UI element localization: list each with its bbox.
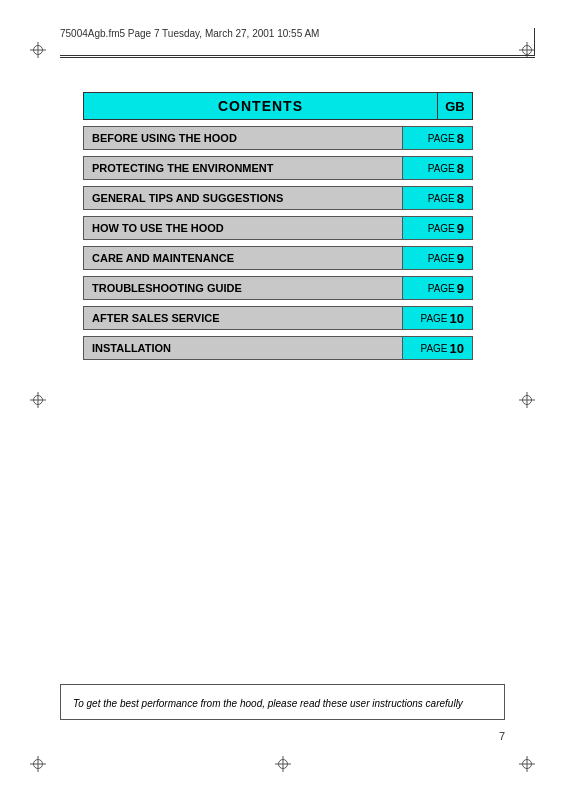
contents-gb-box: GB: [437, 92, 473, 120]
toc-page-word-3: PAGE: [428, 223, 455, 234]
toc-row-0: BEFORE USING THE HOOD PAGE 8: [83, 126, 473, 150]
toc-page-3: PAGE 9: [402, 217, 472, 239]
right-border-top: [534, 28, 535, 56]
toc-label-text-2: GENERAL TIPS AND SUGGESTIONS: [92, 192, 283, 204]
contents-area: CONTENTS GB BEFORE USING THE HOOD PAGE 8…: [83, 92, 473, 360]
toc-page-num-3: 9: [457, 221, 464, 236]
toc-page-word-5: PAGE: [428, 283, 455, 294]
toc-page-num-0: 8: [457, 131, 464, 146]
toc-row-3: HOW TO USE THE HOOD PAGE 9: [83, 216, 473, 240]
toc-label-6: AFTER SALES SERVICE: [84, 307, 402, 329]
toc-page-num-1: 8: [457, 161, 464, 176]
toc-page-num-7: 10: [450, 341, 464, 356]
toc-label-text-4: CARE AND MAINTENANCE: [92, 252, 234, 264]
toc-page-word-7: PAGE: [420, 343, 447, 354]
toc-label-text-5: TROUBLESHOOTING GUIDE: [92, 282, 242, 294]
toc-label-text-1: PROTECTING THE ENVIRONMENT: [92, 162, 274, 174]
bottom-note-text: To get the best performance from the hoo…: [73, 698, 463, 709]
toc-row-5: TROUBLESHOOTING GUIDE PAGE 9: [83, 276, 473, 300]
toc-label-5: TROUBLESHOOTING GUIDE: [84, 277, 402, 299]
toc-label-0: BEFORE USING THE HOOD: [84, 127, 402, 149]
page-number: 7: [499, 730, 505, 742]
toc-label-1: PROTECTING THE ENVIRONMENT: [84, 157, 402, 179]
toc-label-2: GENERAL TIPS AND SUGGESTIONS: [84, 187, 402, 209]
page: 75004Agb.fm5 Page 7 Tuesday, March 27, 2…: [0, 0, 565, 800]
toc-label-text-7: INSTALLATION: [92, 342, 171, 354]
toc-page-2: PAGE 8: [402, 187, 472, 209]
crosshair-bottom-left: [30, 756, 46, 772]
toc-page-word-2: PAGE: [428, 193, 455, 204]
toc-row-7: INSTALLATION PAGE 10: [83, 336, 473, 360]
toc-page-6: PAGE 10: [402, 307, 472, 329]
contents-header: CONTENTS GB: [83, 92, 473, 120]
toc-label-text-3: HOW TO USE THE HOOD: [92, 222, 224, 234]
toc-page-word-0: PAGE: [428, 133, 455, 144]
toc-label-7: INSTALLATION: [84, 337, 402, 359]
toc-rows: BEFORE USING THE HOOD PAGE 8 PROTECTING …: [83, 126, 473, 360]
crosshair-mid-left: [30, 392, 46, 408]
crosshair-top-left: [30, 42, 46, 58]
contents-title: CONTENTS: [218, 98, 303, 114]
crosshair-bottom-right: [519, 756, 535, 772]
toc-row-6: AFTER SALES SERVICE PAGE 10: [83, 306, 473, 330]
contents-title-box: CONTENTS: [83, 92, 437, 120]
header-text: 75004Agb.fm5 Page 7 Tuesday, March 27, 2…: [60, 28, 319, 39]
toc-page-num-5: 9: [457, 281, 464, 296]
contents-gb: GB: [445, 99, 465, 114]
header-divider: [60, 55, 535, 56]
toc-page-0: PAGE 8: [402, 127, 472, 149]
toc-page-num-2: 8: [457, 191, 464, 206]
toc-label-text-0: BEFORE USING THE HOOD: [92, 132, 237, 144]
toc-page-7: PAGE 10: [402, 337, 472, 359]
bottom-note-box: To get the best performance from the hoo…: [60, 684, 505, 720]
crosshair-mid-right: [519, 392, 535, 408]
toc-row-2: GENERAL TIPS AND SUGGESTIONS PAGE 8: [83, 186, 473, 210]
toc-page-1: PAGE 8: [402, 157, 472, 179]
toc-page-word-1: PAGE: [428, 163, 455, 174]
toc-page-4: PAGE 9: [402, 247, 472, 269]
toc-page-num-4: 9: [457, 251, 464, 266]
toc-label-4: CARE AND MAINTENANCE: [84, 247, 402, 269]
toc-page-word-6: PAGE: [420, 313, 447, 324]
toc-label-3: HOW TO USE THE HOOD: [84, 217, 402, 239]
toc-page-num-6: 10: [450, 311, 464, 326]
header-divider-2: [60, 57, 535, 58]
toc-row-1: PROTECTING THE ENVIRONMENT PAGE 8: [83, 156, 473, 180]
toc-page-word-4: PAGE: [428, 253, 455, 264]
header-bar: 75004Agb.fm5 Page 7 Tuesday, March 27, 2…: [60, 28, 535, 39]
crosshair-bottom-center: [275, 756, 291, 772]
toc-label-text-6: AFTER SALES SERVICE: [92, 312, 220, 324]
toc-row-4: CARE AND MAINTENANCE PAGE 9: [83, 246, 473, 270]
toc-page-5: PAGE 9: [402, 277, 472, 299]
